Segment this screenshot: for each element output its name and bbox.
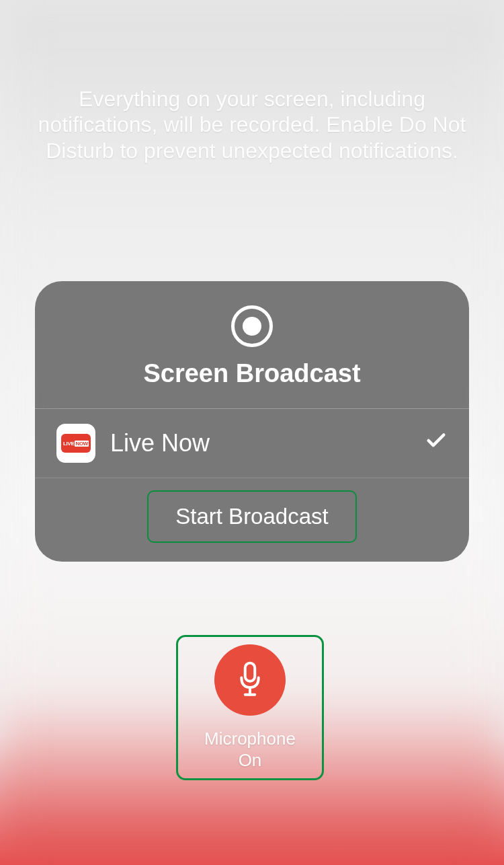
microphone-label-line1: Microphone <box>204 728 296 749</box>
panel-title: Screen Broadcast <box>143 359 360 388</box>
start-broadcast-button[interactable]: Start Broadcast <box>147 490 356 543</box>
microphone-label: Microphone On <box>204 728 296 772</box>
panel-footer: Start Broadcast <box>35 478 469 562</box>
record-icon <box>231 305 273 347</box>
record-icon-dot <box>243 317 261 336</box>
microphone-toggle-button[interactable]: Microphone On <box>176 635 324 780</box>
microphone-icon <box>214 644 286 716</box>
live-now-app-icon: LIVENOW <box>56 424 95 463</box>
checkmark-icon <box>425 429 448 458</box>
panel-header: Screen Broadcast <box>35 281 469 408</box>
screen-broadcast-panel: Screen Broadcast LIVENOW Live Now Start … <box>35 281 469 562</box>
app-icon-text-right: NOW <box>75 441 89 447</box>
broadcast-target-option[interactable]: LIVENOW Live Now <box>35 408 469 478</box>
app-icon-text-left: LIVE <box>63 441 75 447</box>
recording-warning-text: Everything on your screen, including not… <box>34 86 470 163</box>
broadcast-target-label: Live Now <box>110 429 410 457</box>
microphone-label-line2: On <box>239 750 262 770</box>
svg-rect-0 <box>245 663 255 681</box>
